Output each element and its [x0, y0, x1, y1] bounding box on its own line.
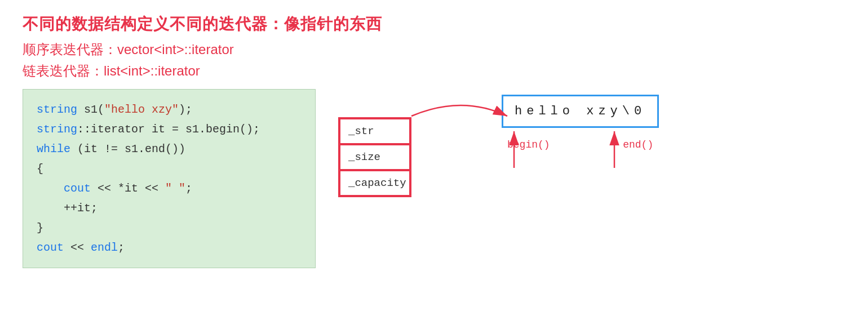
memory-area: hello xzy\0 begin() end() [502, 95, 659, 150]
memory-box: hello xzy\0 [502, 95, 659, 128]
main-content: string s1("hello xzy");string::iterator … [23, 89, 845, 268]
code-line-l3: while (it != s1.end()) [37, 139, 302, 159]
page: 不同的数据结构定义不同的迭代器：像指针的东西 顺序表迭代器：vector<int… [0, 0, 868, 311]
end-label: end() [623, 139, 653, 150]
code-line-l7: } [37, 218, 302, 238]
struct-row-size: _size [339, 144, 410, 170]
main-title: 不同的数据结构定义不同的迭代器：像指针的东西 [23, 14, 845, 35]
subtitle1: 顺序表迭代器：vector<int>::iterator [23, 41, 845, 59]
struct-box: _str _size _capacity [338, 117, 411, 197]
subtitle2: 链表迭代器：list<int>::iterator [23, 62, 845, 80]
begin-label: begin() [507, 139, 550, 150]
code-line-l2: string::iterator it = s1.begin(); [37, 119, 302, 139]
struct-row-str: _str [339, 118, 410, 144]
code-line-l1: string s1("hello xzy"); [37, 100, 302, 119]
code-line-l6: ++it; [37, 198, 302, 218]
code-line-l8: cout << endl; [37, 238, 302, 257]
arrow-labels: begin() end() [502, 139, 659, 150]
code-block: string s1("hello xzy");string::iterator … [23, 89, 316, 268]
struct-row-capacity: _capacity [339, 170, 410, 196]
code-line-l5: cout << *it << " "; [37, 179, 302, 198]
code-line-l4: { [37, 159, 302, 179]
diagram-wrapper: _str _size _capacity hello xzy\0 begin()… [338, 95, 659, 197]
